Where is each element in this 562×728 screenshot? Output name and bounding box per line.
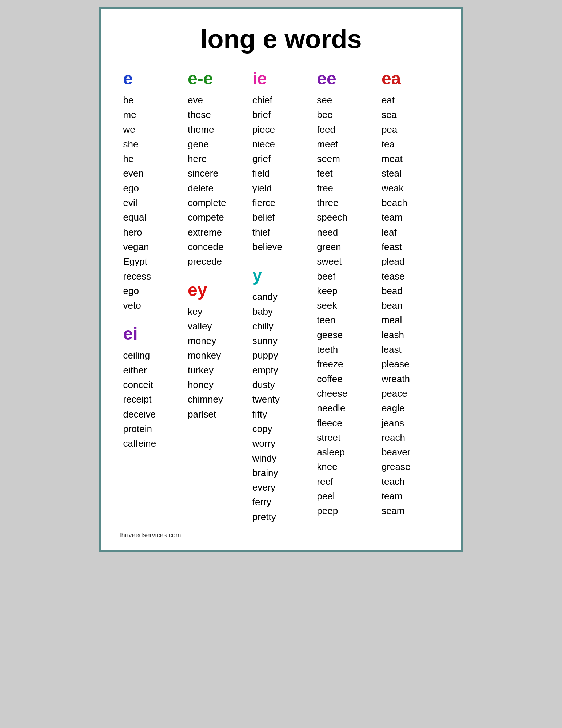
list-item: grief: [252, 151, 310, 166]
list-item: tease: [382, 269, 439, 284]
list-item: chilly: [252, 319, 310, 333]
list-item: receipt: [123, 392, 181, 407]
list-item: street: [317, 430, 374, 445]
list-item: wreath: [382, 372, 439, 386]
list-item: every: [252, 480, 310, 495]
list-item: three: [317, 195, 374, 210]
list-item: ego: [123, 284, 181, 298]
list-item: equal: [123, 210, 181, 225]
list-item: eagle: [382, 401, 439, 415]
list-item: bee: [317, 107, 374, 122]
list-item: thief: [252, 225, 310, 240]
list-item: beach: [382, 195, 439, 210]
list-item: fierce: [252, 195, 310, 210]
section-header-ei: ei: [123, 324, 181, 344]
page: long e words ebemewesheheevenegoevilequa…: [99, 7, 463, 552]
list-item: seam: [382, 503, 439, 518]
list-item: belief: [252, 210, 310, 225]
list-item: see: [317, 93, 374, 107]
list-item: geese: [317, 328, 374, 342]
list-item: copy: [252, 422, 310, 436]
list-item: valley: [188, 319, 245, 333]
list-item: hero: [123, 225, 181, 240]
list-item: need: [317, 225, 374, 240]
list-item: extreme: [188, 225, 245, 240]
list-item: asleep: [317, 445, 374, 459]
list-item: bean: [382, 298, 439, 313]
list-item: worry: [252, 436, 310, 451]
list-item: candy: [252, 289, 310, 304]
word-list-ey: keyvalleymoneymonkeyturkeyhoneychimneypa…: [188, 304, 245, 422]
column-2: iechiefbriefpieceniecegrieffieldyieldfie…: [249, 68, 314, 524]
list-item: sweet: [317, 254, 374, 269]
section-header-ee: ee: [317, 68, 374, 88]
list-item: pretty: [252, 510, 310, 524]
list-item: gene: [188, 137, 245, 151]
word-list-y: candybabychillysunnypuppyemptydustytwent…: [252, 289, 310, 524]
list-item: either: [123, 363, 181, 377]
list-item: theme: [188, 122, 245, 137]
list-item: beef: [317, 269, 374, 284]
list-item: sincere: [188, 166, 245, 181]
list-item: keep: [317, 284, 374, 298]
word-list-ie: chiefbriefpieceniecegrieffieldyieldfierc…: [252, 93, 310, 254]
word-list-ei: ceilingeitherconceitreceiptdeceiveprotei…: [123, 348, 181, 451]
list-item: piece: [252, 122, 310, 137]
list-item: ceiling: [123, 348, 181, 363]
list-item: sea: [382, 107, 439, 122]
section-header-y: y: [252, 265, 310, 285]
list-item: teach: [382, 474, 439, 489]
list-item: eat: [382, 93, 439, 107]
word-list-ea: eatseapeateameatstealweakbeachteamleaffe…: [382, 93, 439, 518]
list-item: baby: [252, 304, 310, 319]
list-item: reach: [382, 430, 439, 445]
list-item: teen: [317, 313, 374, 327]
list-item: tea: [382, 137, 439, 151]
list-item: monkey: [188, 348, 245, 363]
list-item: freeze: [317, 357, 374, 371]
list-item: team: [382, 489, 439, 503]
list-item: peep: [317, 503, 374, 518]
column-0: ebemewesheheevenegoevilequalheroveganEgy…: [120, 68, 184, 524]
word-list-e-e: evethesethemegeneheresinceredeletecomple…: [188, 93, 245, 269]
list-item: parlset: [188, 407, 245, 422]
list-item: we: [123, 122, 181, 137]
list-item: veto: [123, 298, 181, 313]
section-y: ycandybabychillysunnypuppyemptydustytwen…: [252, 265, 310, 524]
section-e-e: e-eevethesethemegeneheresinceredeletecom…: [188, 68, 245, 269]
list-item: he: [123, 151, 181, 166]
list-item: feet: [317, 166, 374, 181]
list-item: least: [382, 342, 439, 357]
section-header-e-e: e-e: [188, 68, 245, 88]
list-item: feed: [317, 122, 374, 137]
list-item: compete: [188, 210, 245, 225]
list-item: honey: [188, 377, 245, 392]
list-item: believe: [252, 240, 310, 254]
list-item: ego: [123, 181, 181, 195]
list-item: team: [382, 210, 439, 225]
list-item: twenty: [252, 392, 310, 407]
list-item: recess: [123, 269, 181, 284]
list-item: protein: [123, 422, 181, 436]
section-header-ey: ey: [188, 280, 245, 300]
list-item: meal: [382, 313, 439, 327]
list-item: brief: [252, 107, 310, 122]
list-item: seek: [317, 298, 374, 313]
columns-container: ebemewesheheevenegoevilequalheroveganEgy…: [120, 68, 443, 524]
list-item: chimney: [188, 392, 245, 407]
list-item: jeans: [382, 416, 439, 430]
list-item: conceit: [123, 377, 181, 392]
list-item: grease: [382, 459, 439, 474]
list-item: windy: [252, 451, 310, 466]
list-item: eve: [188, 93, 245, 107]
list-item: leaf: [382, 225, 439, 240]
list-item: ferry: [252, 495, 310, 509]
list-item: teeth: [317, 342, 374, 357]
list-item: these: [188, 107, 245, 122]
section-e: ebemewesheheevenegoevilequalheroveganEgy…: [123, 68, 181, 313]
list-item: even: [123, 166, 181, 181]
list-item: field: [252, 166, 310, 181]
column-4: eaeatseapeateameatstealweakbeachteamleaf…: [378, 68, 443, 524]
list-item: empty: [252, 363, 310, 377]
list-item: cheese: [317, 386, 374, 401]
